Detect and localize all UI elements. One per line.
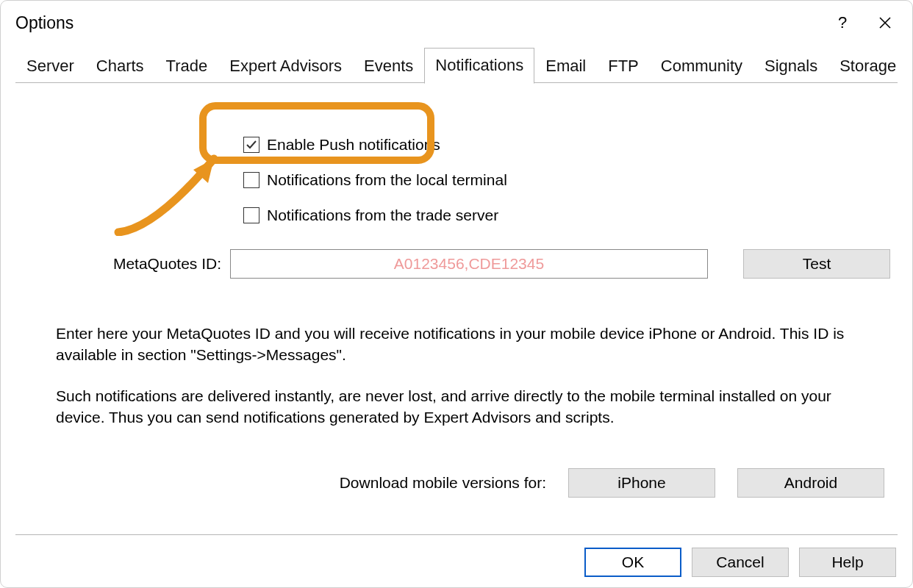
titlebar: Options ? — [1, 1, 912, 45]
checkbox-from-trade-server[interactable] — [243, 207, 259, 223]
download-iphone-button[interactable]: iPhone — [568, 468, 715, 498]
tab-content-notifications: Enable Push notifications Notifications … — [1, 83, 912, 429]
checkbox-from-local-terminal[interactable] — [243, 172, 259, 188]
test-button[interactable]: Test — [743, 249, 890, 279]
cancel-button[interactable]: Cancel — [692, 548, 789, 577]
separator — [15, 534, 898, 535]
tab-notifications[interactable]: Notifications — [424, 48, 534, 84]
tab-ftp[interactable]: FTP — [597, 49, 650, 83]
label-enable-push: Enable Push notifications — [267, 136, 440, 154]
tab-community[interactable]: Community — [650, 49, 753, 83]
dialog-footer: OK Cancel Help — [584, 548, 896, 577]
tab-expert-advisors[interactable]: Expert Advisors — [218, 49, 353, 83]
tab-signals[interactable]: Signals — [753, 49, 828, 83]
window-title: Options — [15, 13, 821, 33]
download-android-button[interactable]: Android — [737, 468, 884, 498]
tab-strip: Server Charts Trade Expert Advisors Even… — [1, 45, 912, 83]
ok-button[interactable]: OK — [584, 548, 681, 577]
checkbox-enable-push[interactable] — [243, 137, 259, 153]
input-metaquotes-id[interactable]: A0123456,CDE12345 — [230, 249, 708, 279]
tab-storage[interactable]: Storage — [828, 49, 907, 83]
tab-trade[interactable]: Trade — [155, 49, 219, 83]
description-text-2: Such notifications are delivered instant… — [56, 385, 857, 429]
description-text-1: Enter here your MetaQuotes ID and you wi… — [56, 323, 857, 366]
download-row: Download mobile versions for: iPhone And… — [340, 468, 884, 498]
label-metaquotes-id: MetaQuotes ID: — [96, 255, 221, 273]
tab-charts[interactable]: Charts — [85, 49, 155, 83]
tab-email[interactable]: Email — [534, 49, 597, 83]
tab-events[interactable]: Events — [353, 49, 424, 83]
help-button[interactable]: Help — [799, 548, 896, 577]
help-icon[interactable]: ? — [821, 13, 864, 32]
label-from-trade-server: Notifications from the trade server — [267, 207, 498, 224]
download-label: Download mobile versions for: — [340, 474, 546, 492]
label-from-local-terminal: Notifications from the local terminal — [267, 171, 507, 189]
tab-server[interactable]: Server — [15, 49, 85, 83]
options-dialog: Options ? Server Charts Trade Expert Adv… — [0, 0, 913, 588]
close-icon[interactable] — [864, 15, 906, 30]
